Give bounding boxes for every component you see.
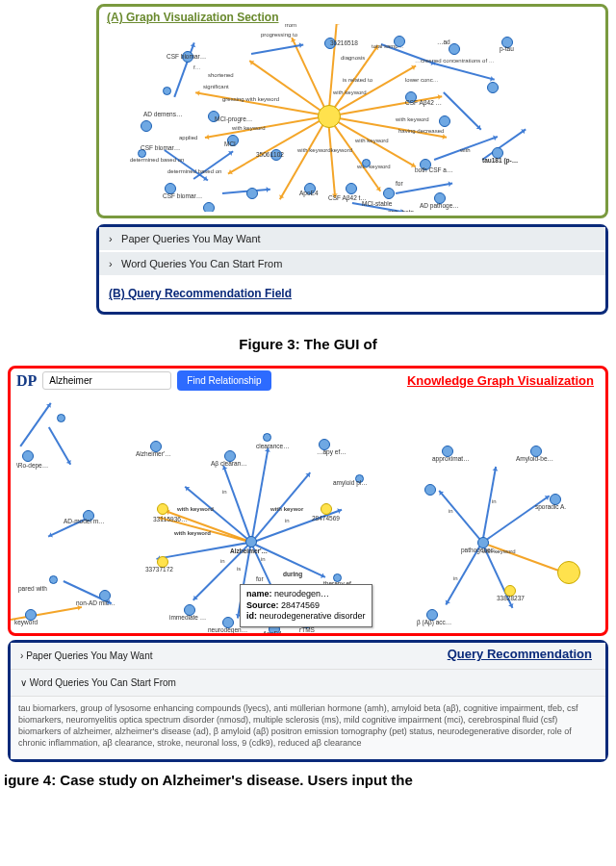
node-label: AD demens…: [143, 111, 182, 117]
edge-label: in: [261, 556, 266, 562]
section-a-title: (A) Graph Visualization Section: [107, 11, 598, 24]
chevron-right-icon: ›: [109, 233, 118, 244]
graph-node[interactable]: [57, 414, 65, 422]
node-label: p-tau: [500, 45, 514, 52]
graph-node[interactable]: [321, 503, 332, 515]
graph-node[interactable]: [203, 202, 215, 212]
graph-node[interactable]: [424, 484, 436, 496]
edge-label: diagnosis: [341, 55, 365, 61]
graph-node[interactable]: [141, 120, 152, 132]
node-label: immediate …: [169, 614, 206, 621]
graph-node[interactable]: [163, 87, 171, 95]
accordion-paper-queries[interactable]: › Paper Queries You May Want: [99, 227, 605, 252]
edge-label: f…: [193, 64, 201, 70]
edge-label: with keyword: [174, 530, 211, 536]
node-label: \Ro-depe…: [16, 462, 48, 469]
edge-label: is related to: [343, 77, 372, 83]
graph-node[interactable]: [383, 188, 395, 199]
accordion-word-queries[interactable]: › Word Queries You Can Start From: [99, 252, 605, 277]
node-label: MCI-progre…: [215, 115, 252, 122]
graph-node[interactable]: [362, 159, 371, 167]
edge-label: significant: [203, 84, 229, 89]
tooltip-source-value: 28474569: [281, 600, 320, 610]
kg-section-title: Knowledge Graph Visualization: [407, 373, 602, 388]
node-label: AD-model m…: [64, 518, 105, 524]
graph-edge: [48, 426, 71, 465]
edge-label: in: [220, 558, 225, 564]
edge-label: with: [460, 147, 471, 153]
node-label: CSF Aβ42 t…: [328, 194, 367, 201]
node-label: ApoE4: [299, 190, 319, 196]
graph-node-center[interactable]: [318, 105, 341, 128]
accordion-label: Paper Queries You May Want: [121, 233, 261, 244]
graph-edge: [434, 63, 495, 80]
edge-label: with keyword: [333, 89, 367, 95]
edge-label: determined based on: [130, 157, 184, 163]
figure-4-caption: igure 4: Case study on Alzheimer's disea…: [0, 772, 616, 788]
case-study-panel: DP Find Relationship Knowledge Graph Vis…: [8, 366, 608, 636]
edge-label: in: [285, 518, 290, 523]
graph-edge: [396, 183, 452, 194]
graph-edge: [482, 129, 526, 161]
chevron-right-icon: ›: [20, 650, 23, 661]
accordion-label: Word Queries You Can Start From: [30, 677, 176, 688]
chevron-right-icon: ›: [109, 258, 118, 269]
node-label: MCI-stable: [362, 200, 392, 207]
graph-node[interactable]: [439, 115, 450, 127]
tooltip-id-label: id:: [246, 611, 257, 621]
graph-node[interactable]: [346, 183, 357, 194]
graph-node[interactable]: [49, 575, 58, 584]
graph-area-a[interactable]: from progressing to diagnosis total samp…: [107, 24, 598, 212]
graph-node[interactable]: [22, 450, 34, 462]
node-label: for: [256, 575, 264, 582]
node-label: tau181 (p-…: [482, 157, 518, 164]
graph-node[interactable]: [157, 503, 168, 515]
edge-label: in: [492, 498, 497, 504]
node-label: Aβ clearan…: [211, 460, 247, 467]
find-relationship-button[interactable]: Find Relationship: [177, 370, 270, 391]
section-a-panel: (A) Graph Visualization Section from pro…: [96, 4, 608, 218]
edge-label: gressing with keyword: [222, 96, 279, 102]
node-label: 36216518: [330, 39, 358, 46]
edge-label: …creened concentrations of …: [415, 58, 495, 64]
qr-section-title: Query Recommendation: [448, 643, 602, 661]
node-label: 33737172: [145, 566, 173, 573]
node-label: for: [396, 180, 403, 187]
chevron-down-icon: ∨: [20, 677, 27, 688]
search-input[interactable]: [42, 371, 171, 390]
graph-area-case[interactable]: with keyword with keywor with keyword wi…: [11, 393, 605, 633]
node-label: 33828237: [497, 595, 525, 601]
accordion-label: Paper Queries You May Want: [26, 650, 152, 661]
edge-label: with keyword: [396, 116, 429, 122]
node-label: CSF biomar…: [167, 53, 206, 60]
graph-edge: [327, 115, 381, 191]
query-rec-panel: Query Recommendation › Paper Queries You…: [8, 640, 608, 762]
graph-node-center[interactable]: [245, 536, 257, 548]
tooltip-source-label: Source:: [246, 600, 279, 610]
accordion-word-queries-2[interactable]: ∨ Word Queries You Can Start From: [11, 670, 605, 697]
edge-label: applied: [179, 135, 197, 140]
graph-node[interactable]: [487, 82, 499, 93]
graph-node[interactable]: [263, 433, 271, 442]
edge-label: with keywor: [270, 506, 303, 512]
node-label: 28474569: [312, 515, 340, 522]
edge-label: is: [237, 566, 241, 572]
figure-3-caption: Figure 3: The GUI of: [0, 336, 616, 352]
graph-edge: [481, 467, 496, 543]
node-label: non-AD mic…: [76, 599, 115, 606]
node-label: AD pathoge…: [420, 202, 459, 209]
graph-node[interactable]: [246, 188, 258, 199]
edge-label: determined based on: [167, 168, 221, 174]
graph-node[interactable]: [394, 36, 405, 47]
case-header: DP Find Relationship Knowledge Graph Vis…: [11, 369, 605, 393]
graph-node[interactable]: [557, 561, 580, 584]
node-label: β (Aβ) acc…: [417, 619, 451, 625]
edge-label: with keyword: [355, 138, 389, 143]
edge-label: with keyword: [232, 125, 266, 131]
graph-edge: [438, 491, 482, 544]
section-b-title: (B) Query Recommendation Field: [99, 277, 605, 312]
graph-edge: [173, 42, 194, 97]
graph-edge: [250, 447, 269, 543]
node-label: approximat…: [432, 455, 470, 462]
edge-label: in: [449, 508, 453, 514]
